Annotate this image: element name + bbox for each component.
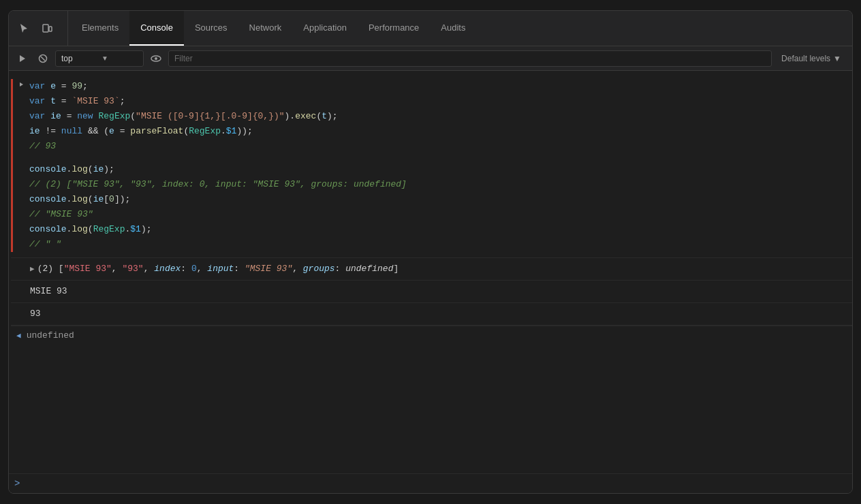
tab-audits[interactable]: Audits — [430, 11, 476, 46]
code-console-log-3: console.log(RegExp.$1); — [29, 222, 852, 237]
code-line-1: var e = 99; — [29, 79, 852, 94]
default-levels-button[interactable]: Default levels ▼ — [776, 50, 847, 67]
svg-rect-0 — [43, 25, 48, 32]
num93-output-line: 93 — [11, 303, 852, 326]
tab-application[interactable]: Application — [292, 11, 358, 46]
console-input-line: > — [9, 473, 852, 493]
eye-icon[interactable] — [148, 50, 164, 67]
tab-icons — [14, 11, 68, 46]
tab-network[interactable]: Network — [238, 11, 293, 46]
console-input[interactable] — [25, 479, 847, 489]
array-expand-icon[interactable]: ▶ — [30, 262, 35, 276]
code-line-3: var ie = new RegExp("MSIE ([0-9]{1,}[.0-… — [29, 109, 852, 124]
device-icon[interactable] — [37, 19, 57, 38]
array-output-line: ▶ (2) ["MSIE 93", "93", index: 0, input:… — [11, 258, 852, 281]
console-content[interactable]: var e = 99; var t = `MSIE 93`; var ie = … — [9, 71, 852, 473]
execute-button[interactable] — [14, 50, 31, 67]
tab-performance[interactable]: Performance — [358, 11, 430, 46]
filter-input[interactable] — [168, 50, 772, 67]
tab-console[interactable]: Console — [129, 11, 184, 46]
code-console-log-2: console.log(ie[0]); — [29, 192, 852, 207]
code-section: var e = 99; var t = `MSIE 93`; var ie = … — [11, 74, 852, 258]
tab-sources[interactable]: Sources — [184, 11, 238, 46]
msie-output-line: MSIE 93 — [11, 281, 852, 303]
array-output-value: (2) ["MSIE 93", "93", index: 0, input: "… — [37, 262, 399, 276]
svg-line-4 — [41, 57, 45, 61]
code-line-4: ie != null && (e = parseFloat(RegExp.$1)… — [29, 124, 852, 139]
code-comment-1: // 93 — [29, 139, 852, 154]
clear-button[interactable] — [35, 50, 51, 67]
code-comment-2: // (2) ["MSIE 93", "93", index: 0, input… — [29, 177, 852, 192]
code-console-log-1: console.log(ie); — [29, 162, 852, 177]
code-block: var e = 99; var t = `MSIE 93`; var ie = … — [29, 79, 852, 252]
svg-point-6 — [155, 57, 157, 60]
return-value: undefined — [27, 330, 74, 341]
levels-arrow-icon: ▼ — [833, 54, 841, 63]
code-comment-3: // "MSIE 93" — [29, 207, 852, 222]
tab-elements[interactable]: Elements — [71, 11, 129, 46]
input-prompt-icon: > — [14, 478, 20, 489]
return-arrow-icon: ◀ — [16, 331, 21, 340]
return-line: ◀ undefined — [11, 326, 852, 345]
code-line-2: var t = `MSIE 93`; — [29, 94, 852, 109]
tab-bar: Elements Console Sources Network Applica… — [9, 11, 852, 46]
msie-output-value: MSIE 93 — [30, 285, 67, 298]
cursor-icon[interactable] — [14, 19, 33, 38]
expand-icon[interactable] — [13, 79, 29, 252]
dropdown-arrow-icon: ▼ — [101, 54, 138, 62]
devtools-window: Elements Console Sources Network Applica… — [8, 10, 853, 494]
code-comment-4: // " " — [29, 237, 852, 252]
num93-output-value: 93 — [30, 307, 41, 321]
toolbar: top ▼ Default levels ▼ — [9, 46, 852, 71]
svg-marker-7 — [20, 82, 23, 86]
context-selector[interactable]: top ▼ — [55, 50, 144, 67]
svg-rect-1 — [49, 27, 52, 31]
svg-marker-2 — [20, 55, 25, 62]
code-spacer — [29, 154, 852, 162]
